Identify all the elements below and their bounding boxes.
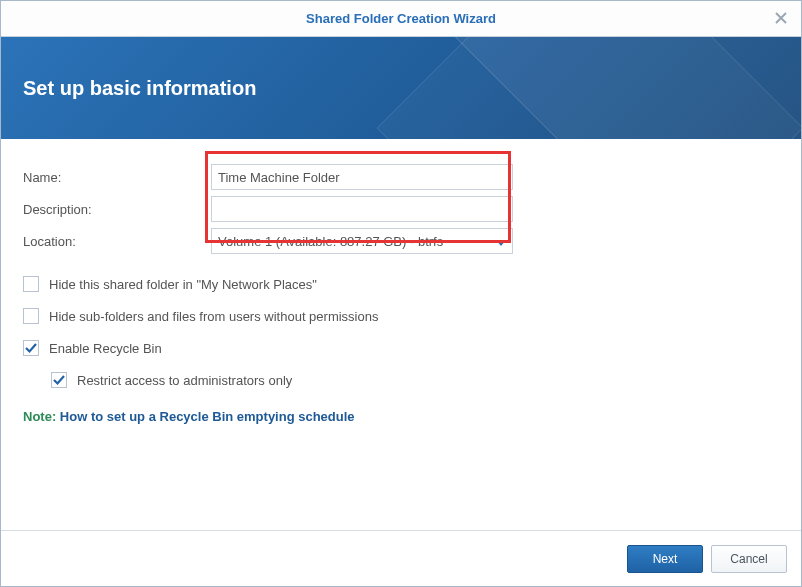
recycle-bin-checkbox[interactable] <box>23 340 39 356</box>
location-select[interactable]: Volume 1 (Available: 887.27 GB) - btrfs <box>211 228 513 254</box>
row-name: Name: <box>23 161 779 193</box>
content-area: Name: Description: Location: Volume 1 (A… <box>1 139 801 530</box>
description-input[interactable] <box>211 196 513 222</box>
row-recycle-bin: Enable Recycle Bin <box>23 333 779 363</box>
note-row: Note: How to set up a Recycle Bin emptyi… <box>23 409 779 424</box>
hide-subfolders-checkbox[interactable] <box>23 308 39 324</box>
row-description: Description: <box>23 193 779 225</box>
row-restrict-admin: Restrict access to administrators only <box>23 365 779 395</box>
header-banner: Set up basic information <box>1 37 801 139</box>
row-hide-network: Hide this shared folder in "My Network P… <box>23 269 779 299</box>
note-link[interactable]: How to set up a Recycle Bin emptying sch… <box>60 409 355 424</box>
name-input[interactable] <box>211 164 513 190</box>
footer: Next Cancel <box>1 530 801 586</box>
description-label: Description: <box>23 202 211 217</box>
recycle-bin-label: Enable Recycle Bin <box>49 341 162 356</box>
window-title: Shared Folder Creation Wizard <box>306 11 496 26</box>
restrict-admin-checkbox[interactable] <box>51 372 67 388</box>
row-location: Location: Volume 1 (Available: 887.27 GB… <box>23 225 779 257</box>
name-label: Name: <box>23 170 211 185</box>
chevron-down-icon <box>496 234 506 249</box>
hide-subfolders-label: Hide sub-folders and files from users wi… <box>49 309 378 324</box>
row-hide-subfolders: Hide sub-folders and files from users wi… <box>23 301 779 331</box>
note-label: Note: <box>23 409 56 424</box>
hide-network-checkbox[interactable] <box>23 276 39 292</box>
restrict-admin-label: Restrict access to administrators only <box>77 373 292 388</box>
page-title: Set up basic information <box>23 77 256 100</box>
close-icon[interactable] <box>771 9 791 29</box>
next-button[interactable]: Next <box>627 545 703 573</box>
location-selected-value: Volume 1 (Available: 887.27 GB) - btrfs <box>218 234 443 249</box>
titlebar: Shared Folder Creation Wizard <box>1 1 801 37</box>
location-label: Location: <box>23 234 211 249</box>
cancel-button[interactable]: Cancel <box>711 545 787 573</box>
hide-network-label: Hide this shared folder in "My Network P… <box>49 277 317 292</box>
wizard-window: Shared Folder Creation Wizard Set up bas… <box>0 0 802 587</box>
